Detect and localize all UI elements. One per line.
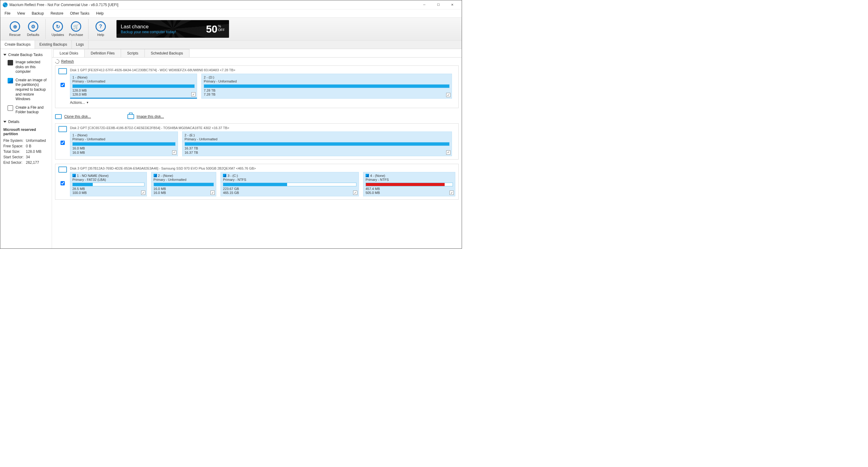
usage-bar xyxy=(72,142,176,146)
windows-icon xyxy=(223,174,226,177)
app-icon xyxy=(3,2,8,7)
windows-icon xyxy=(8,78,13,83)
partition-checkbox[interactable]: ✓ xyxy=(446,150,451,155)
usage-bar xyxy=(154,183,214,186)
subtab-scheduled[interactable]: Scheduled Backups xyxy=(145,49,189,57)
maximize-button[interactable]: ☐ xyxy=(431,0,445,9)
partition-checkbox[interactable]: ✓ xyxy=(450,191,454,195)
partition-checkbox[interactable]: ✓ xyxy=(353,191,358,195)
windows-icon xyxy=(366,174,369,177)
tab-create-backups[interactable]: Create Backups xyxy=(0,40,35,49)
usage-bar xyxy=(185,142,450,146)
close-button[interactable]: ✕ xyxy=(445,0,459,9)
partition[interactable]: 4 - (None)Primary - NTFS457.4 MB505.0 MB… xyxy=(363,172,455,196)
actions-dropdown[interactable]: Actions... ▼ xyxy=(58,99,455,105)
menu-restore[interactable]: Restore xyxy=(48,10,66,17)
gear-icon: ⚙ xyxy=(28,21,38,32)
minimize-button[interactable]: ─ xyxy=(417,0,431,9)
disk-checkbox[interactable] xyxy=(61,181,65,185)
tab-logs[interactable]: Logs xyxy=(72,40,89,49)
defaults-button[interactable]: ⚙ Defaults xyxy=(26,21,40,36)
partition[interactable]: 1 - NO NAME (None)Primary - FAT32 (LBA)2… xyxy=(70,172,147,196)
lifebuoy-icon: ⊕ xyxy=(10,21,20,32)
primary-tabs: Create Backups Existing Backups Logs xyxy=(0,40,462,49)
titlebar: Macrium Reflect Free - Not For Commercia… xyxy=(0,0,462,9)
partition[interactable]: 1 - (None)Primary - Unformatted128.0 MB1… xyxy=(70,74,197,99)
monitor-icon xyxy=(8,60,13,65)
collapse-icon xyxy=(3,121,6,123)
refresh-row: Refresh xyxy=(52,58,462,65)
menu-help[interactable]: Help xyxy=(93,10,107,17)
task-image-selected[interactable]: Image selected disks on this computer xyxy=(2,58,51,76)
clone-disk-link[interactable]: Clone this disk... xyxy=(55,114,91,119)
updates-button[interactable]: ↻ Updates xyxy=(51,21,65,36)
disk-title: Disk 1 GPT [FE32F412-57FF-4926-8A34-14C2… xyxy=(70,68,455,72)
windows-icon xyxy=(154,174,157,177)
partition-checkbox[interactable]: ✓ xyxy=(191,92,195,96)
usage-bar xyxy=(366,183,453,186)
usage-bar xyxy=(72,84,195,88)
partition[interactable]: 3 - (C:)Primary - NTFS223.67 GB465.15 GB… xyxy=(220,172,359,196)
image-icon xyxy=(127,114,134,119)
tab-existing-backups[interactable]: Existing Backups xyxy=(35,40,71,49)
disk-card: Disk 2 GPT [C3C6572D-EE8B-4186-B7D2-C4E5… xyxy=(55,123,459,159)
help-button[interactable]: ? Help xyxy=(93,21,108,36)
usage-bar xyxy=(72,183,145,186)
main-panel: Local Disks Definition Files Scripts Sch… xyxy=(52,49,462,249)
sidebar: Create Backup Tasks Image selected disks… xyxy=(0,49,52,249)
file-icon xyxy=(8,105,13,111)
purchase-button[interactable]: 🛒 Purchase xyxy=(69,21,83,36)
partition[interactable]: 1 - (None)Primary - Unformatted16.0 MB16… xyxy=(70,132,178,156)
details-title: Microsoft reserved partition xyxy=(3,127,49,136)
disk-icon xyxy=(58,167,67,173)
collapse-icon xyxy=(3,54,6,56)
menu-other-tasks[interactable]: Other Tasks xyxy=(67,10,92,17)
partition-checkbox[interactable]: ✓ xyxy=(211,191,215,195)
disk-title: Disk 3 GPT [357B12A3-769D-4D2E-853A-E9A5… xyxy=(70,167,455,170)
usage-bar xyxy=(223,183,356,186)
disk-icon xyxy=(58,126,67,132)
toolbar: ⊕ Rescue ⚙ Defaults ↻ Updates 🛒 Purchase… xyxy=(0,17,462,40)
clone-icon xyxy=(55,114,62,119)
disk-title: Disk 2 GPT [C3C6572D-EE8B-4186-B7D2-C4E5… xyxy=(70,126,455,130)
partition-checkbox[interactable]: ✓ xyxy=(141,191,145,195)
promo-banner[interactable]: Last chance Backup your new computer tod… xyxy=(117,20,229,38)
subtab-local-disks[interactable]: Local Disks xyxy=(53,49,85,57)
disk-checkbox[interactable] xyxy=(61,83,65,87)
menu-view[interactable]: View xyxy=(14,10,28,17)
subtab-definition-files[interactable]: Definition Files xyxy=(84,49,121,57)
disk-card: Disk 3 GPT [357B12A3-769D-4D2E-853A-E9A5… xyxy=(55,164,459,200)
partition-checkbox[interactable]: ✓ xyxy=(446,93,451,97)
disk-card: Disk 1 GPT [FE32F412-57FF-4926-8A34-14C2… xyxy=(55,65,459,108)
task-image-windows[interactable]: Create an image of the partition(s) requ… xyxy=(2,76,51,104)
details-panel: Microsoft reserved partition File System… xyxy=(2,125,51,167)
usage-bar xyxy=(204,84,450,88)
partition[interactable]: 2 - (None)Primary - Unformatted16.0 MB16… xyxy=(151,172,217,196)
disk-checkbox[interactable] xyxy=(61,141,65,145)
menu-file[interactable]: File xyxy=(2,10,13,17)
rescue-button[interactable]: ⊕ Rescue xyxy=(8,21,22,36)
disk-icon xyxy=(58,68,67,74)
subtab-scripts[interactable]: Scripts xyxy=(121,49,145,57)
help-icon: ? xyxy=(95,21,106,32)
task-file-folder[interactable]: Create a File and Folder backup xyxy=(2,104,51,117)
menu-backup[interactable]: Backup xyxy=(29,10,47,17)
window-title: Macrium Reflect Free - Not For Commercia… xyxy=(9,3,417,7)
refresh-link[interactable]: Refresh xyxy=(61,59,74,64)
partition[interactable]: 2 - (D:)Primary - Unformatted7.28 TB7.28… xyxy=(202,74,452,99)
partition[interactable]: 2 - (E:)Primary - Unformatted16.37 TB16.… xyxy=(182,132,452,156)
sidebar-header-tasks[interactable]: Create Backup Tasks xyxy=(2,52,51,58)
subtabs: Local Disks Definition Files Scripts Sch… xyxy=(52,49,462,58)
image-disk-link[interactable]: Image this disk... xyxy=(127,114,164,119)
menubar: File View Backup Restore Other Tasks Hel… xyxy=(0,9,462,17)
refresh-icon xyxy=(54,58,60,64)
partition-checkbox[interactable]: ✓ xyxy=(172,150,177,155)
cart-icon: 🛒 xyxy=(71,21,81,32)
refresh-icon: ↻ xyxy=(53,21,63,32)
sidebar-header-details[interactable]: Details xyxy=(2,118,51,125)
windows-icon xyxy=(72,174,76,177)
